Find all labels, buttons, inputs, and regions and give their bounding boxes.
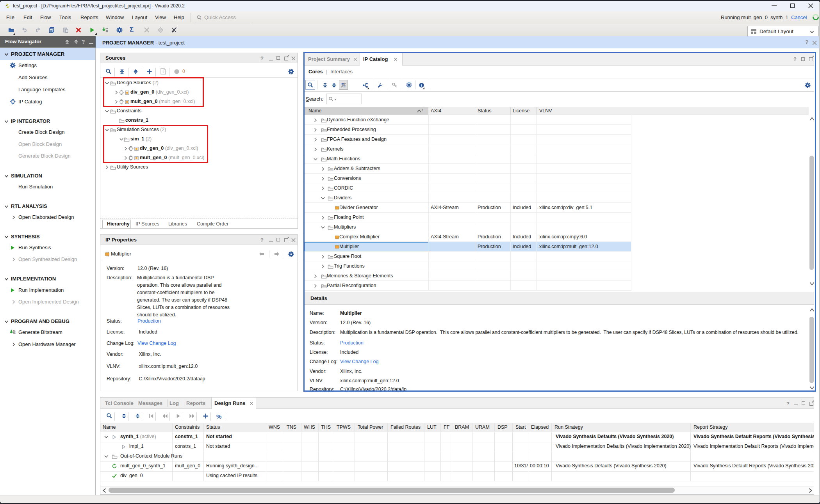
svg-text:?: ? (162, 70, 164, 74)
